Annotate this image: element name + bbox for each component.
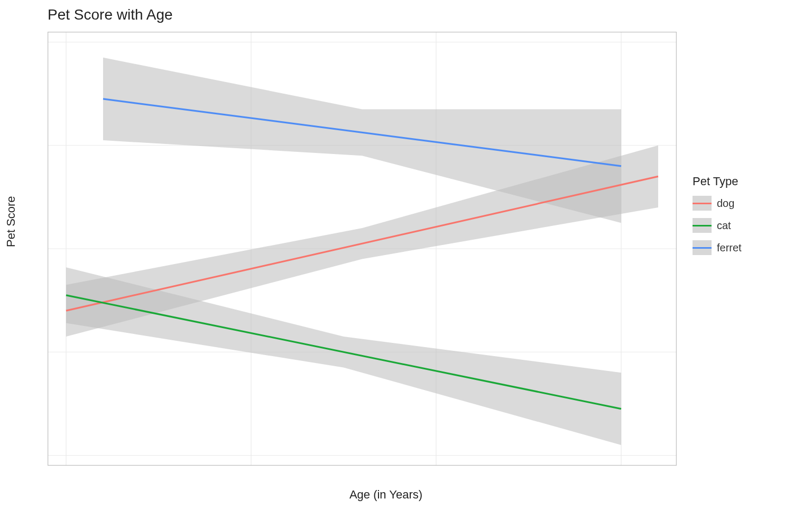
plot-panel: 051015 8090100110120	[48, 32, 677, 466]
legend-swatch	[693, 218, 712, 233]
legend-title: Pet Type	[693, 175, 742, 188]
legend-swatch	[693, 240, 712, 255]
legend-label: ferret	[717, 242, 742, 254]
legend-label: dog	[717, 197, 734, 210]
chart-title: Pet Score with Age	[48, 6, 173, 23]
x-axis-label: Age (in Years)	[48, 488, 724, 502]
legend-line-icon	[693, 225, 712, 226]
legend-line-icon	[693, 203, 712, 204]
legend-line-icon	[693, 247, 712, 249]
legend-item-cat: cat	[693, 218, 742, 233]
legend-label: cat	[717, 220, 731, 232]
legend-item-dog: dog	[693, 196, 742, 211]
chart-container: Pet Score with Age Pet Score 051015 8090…	[0, 0, 812, 508]
legend-swatch	[693, 196, 712, 211]
y-axis-label: Pet Score	[4, 196, 18, 247]
legend: Pet Type dogcatferret	[693, 175, 742, 262]
legend-item-ferret: ferret	[693, 240, 742, 255]
